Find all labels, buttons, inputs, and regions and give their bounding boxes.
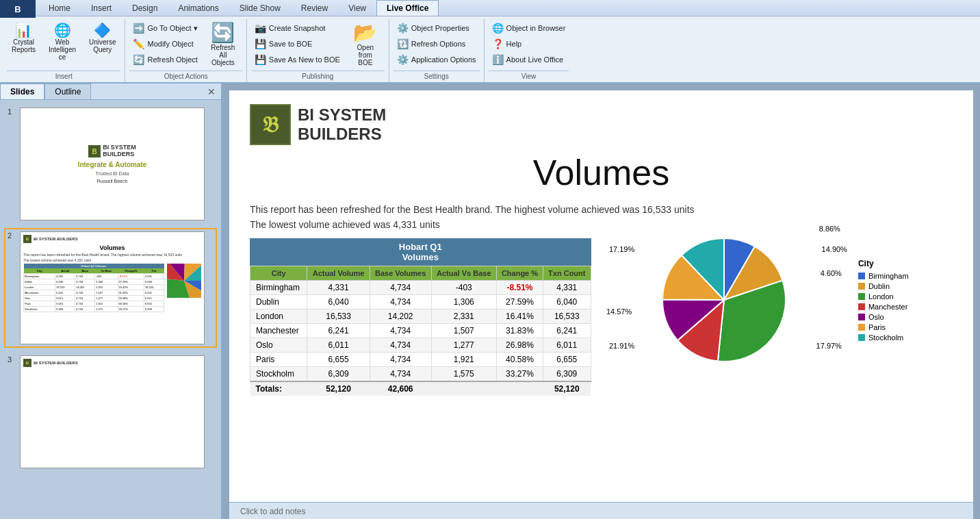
save-to-boe-button[interactable]: 💾 Save to BOE <box>251 36 344 51</box>
help-button[interactable]: ❓ Help <box>489 36 569 51</box>
tab-slideshow[interactable]: Slide Show <box>229 0 291 16</box>
universe-query-button[interactable]: 🔷 UniverseQuery <box>84 21 120 56</box>
totals-txn: 52,120 <box>543 381 591 396</box>
legend-dot-dublin <box>858 283 865 290</box>
group-object-actions-content: ➡️ Go To Object ▾ ✏️ Modify Object 🔄 Ref… <box>129 21 242 69</box>
slide-desc2: The lowest volume achieved was 4,331 uni… <box>250 219 953 230</box>
modify-object-button[interactable]: ✏️ Modify Object <box>129 36 201 51</box>
cell-actual: 16,533 <box>307 309 370 324</box>
legend-title: City <box>858 259 909 268</box>
group-view: 🌐 Object in Browser ❓ Help ℹ️ About Live… <box>485 19 573 82</box>
legend-label-oslo: Oslo <box>868 313 884 321</box>
cell-city: London <box>250 309 307 324</box>
slide1-subtitle: Trusted BI Data <box>96 171 129 176</box>
tab-view[interactable]: View <box>338 0 376 16</box>
col-actual: Actual Volume <box>307 266 370 281</box>
legend-dot-london <box>858 293 865 300</box>
slide-item-3[interactable]: 3 B BI SYSTEM BUILDERS <box>4 352 217 472</box>
save-to-boe-label: Save to BOE <box>269 40 313 48</box>
legend-label-stockholm: Stockholm <box>868 333 903 342</box>
slide-logo-name1: BI SYSTEM <box>298 105 386 125</box>
slide-number-3: 3 <box>8 355 16 364</box>
group-publishing: 📷 Create Snapshot 💾 Save to BOE 💾 Save A… <box>247 19 389 82</box>
legend-item-manchester: Manchester <box>858 303 909 311</box>
slides-tab-bar: Slides Outline ✕ <box>0 84 221 100</box>
cell-change: -8.51% <box>496 281 543 295</box>
refresh-all-objects-button[interactable]: 🔄 RefreshAll Objects <box>204 21 242 69</box>
cell-txn: 16,533 <box>543 309 591 324</box>
slides-panel-close[interactable]: ✕ <box>202 84 221 99</box>
tab-animations[interactable]: Animations <box>168 0 229 16</box>
cell-city: Paris <box>250 353 307 367</box>
slides-list: 1 B BI SYSTEMBUILDERS Integrate & Automa… <box>0 100 221 519</box>
tab-live-office[interactable]: Live Office <box>376 0 439 16</box>
ribbon: B Home Insert Design Animations Slide Sh… <box>0 0 980 84</box>
cell-txn: 6,040 <box>543 295 591 309</box>
go-to-object-button[interactable]: ➡️ Go To Object ▾ <box>129 21 201 36</box>
tab-slides[interactable]: Slides <box>0 84 44 99</box>
slide-thumbnail-3: B BI SYSTEM BUILDERS <box>20 355 205 468</box>
cell-vs-base: -403 <box>431 281 496 295</box>
object-actions-col: ➡️ Go To Object ▾ ✏️ Modify Object 🔄 Ref… <box>129 21 201 67</box>
group-insert-content: 📊 CrystalReports 🌐 WebIntelligence 🔷 Uni… <box>7 21 120 69</box>
tab-home[interactable]: Home <box>38 0 81 16</box>
slide-logo-text: BI SYSTEM BUILDERS <box>298 105 386 143</box>
tab-outline[interactable]: Outline <box>44 84 91 99</box>
col-change: Change % <box>496 266 543 281</box>
web-intelligence-icon: 🌐 <box>54 23 71 37</box>
cell-base: 4,734 <box>370 324 431 338</box>
slide1-author: Russell Beech <box>97 179 128 183</box>
group-publishing-label: Publishing <box>251 71 385 82</box>
object-properties-button[interactable]: ⚙️ Object Properties <box>394 21 480 36</box>
table-row: Paris 6,655 4,734 1,921 40.58% 6,655 <box>250 353 591 367</box>
save-to-boe-icon: 💾 <box>255 38 266 49</box>
slide3-logo-box: B <box>23 359 31 367</box>
col-city: City <box>250 266 307 281</box>
open-from-boe-button[interactable]: 📂 Openfrom BOE <box>346 21 385 69</box>
pie-label-pct2: 14.90% <box>822 245 847 253</box>
pie-label-pct6: 14.57% <box>606 307 632 316</box>
tab-design[interactable]: Design <box>122 0 168 16</box>
tab-insert[interactable]: Insert <box>81 0 122 16</box>
cell-change: 33.27% <box>496 367 543 382</box>
notes-bar[interactable]: Click to add notes <box>229 502 973 519</box>
totals-actual: 52,120 <box>307 381 370 396</box>
cell-change: 27.59% <box>496 295 543 309</box>
col-txn: Txn Count <box>543 266 591 281</box>
about-live-office-button[interactable]: ℹ️ About Live Office <box>489 52 569 67</box>
legend-item-birmingham: Birmingham <box>858 272 909 280</box>
refresh-options-button[interactable]: 🔃 Refresh Options <box>394 36 480 51</box>
object-in-browser-icon: 🌐 <box>492 23 504 34</box>
web-intelligence-button[interactable]: 🌐 WebIntelligence <box>43 21 81 64</box>
slide-item-2[interactable]: 2 B BI SYSTEM BUILDERS Volumes This repo… <box>4 228 217 348</box>
cell-base: 14,202 <box>370 309 431 324</box>
crystal-reports-label: CrystalReports <box>12 38 36 53</box>
tab-review[interactable]: Review <box>291 0 338 16</box>
slide-number-1: 1 <box>8 107 16 116</box>
object-in-browser-button[interactable]: 🌐 Object in Browser <box>489 21 569 36</box>
legend-dot-paris <box>858 324 865 331</box>
totals-base: 42,606 <box>370 381 431 396</box>
slide2-table: Hobart Q1 Volumes CityActualBaseVs BaseC… <box>23 264 164 312</box>
ribbon-body: 📊 CrystalReports 🌐 WebIntelligence 🔷 Uni… <box>0 16 980 82</box>
crystal-reports-button[interactable]: 📊 CrystalReports <box>7 21 40 56</box>
cell-vs-base: 1,921 <box>431 353 496 367</box>
slide-logo-name2: BUILDERS <box>298 125 386 144</box>
cell-city: Birmingham <box>250 281 307 295</box>
slide-item-1[interactable]: 1 B BI SYSTEMBUILDERS Integrate & Automa… <box>4 104 217 224</box>
slide-logo-area: 𝔅 BI SYSTEM BUILDERS <box>250 104 953 145</box>
application-options-button[interactable]: ⚙️ Application Options <box>394 52 480 67</box>
cell-txn: 4,331 <box>543 281 591 295</box>
save-as-new-button[interactable]: 💾 Save As New to BOE <box>251 52 344 67</box>
cell-change: 26.98% <box>496 338 543 353</box>
help-icon: ❓ <box>492 38 504 49</box>
totals-label: Totals: <box>250 381 307 396</box>
table-row: Stockholm 6,309 4,734 1,575 33.27% 6,309 <box>250 367 591 382</box>
slide2-pie <box>167 264 201 298</box>
legend-item-stockholm: Stockholm <box>858 333 909 342</box>
group-view-content: 🌐 Object in Browser ❓ Help ℹ️ About Live… <box>489 21 569 69</box>
create-snapshot-button[interactable]: 📷 Create Snapshot <box>251 21 344 36</box>
cell-change: 31.83% <box>496 324 543 338</box>
open-from-boe-label: Openfrom BOE <box>351 44 380 66</box>
refresh-object-button[interactable]: 🔄 Refresh Object <box>129 52 201 67</box>
